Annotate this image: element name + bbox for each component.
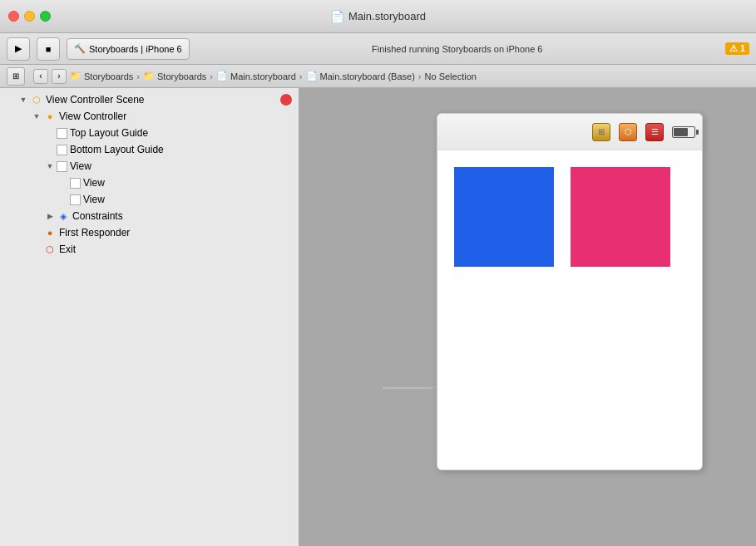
minimize-button[interactable] (24, 11, 35, 22)
constraints-label: Constraints (72, 210, 123, 222)
navigator-sidebar: ⬡ View Controller Scene ● View Controlle… (0, 88, 299, 546)
play-icon: ▶ (15, 43, 22, 54)
view-child1-label: View (83, 177, 105, 189)
breadcrumb-back-button[interactable]: ‹ (33, 69, 48, 84)
tlg-icon (57, 128, 67, 139)
grid-view-button[interactable]: ⊞ (7, 67, 25, 86)
file-icon-3: 📄 (216, 71, 228, 81)
arrow-scene (17, 93, 30, 106)
iphone-icon-3: ☰ (645, 123, 664, 141)
file-icon-4: 📄 (306, 71, 318, 81)
play-button[interactable]: ▶ (7, 37, 30, 61)
close-button[interactable] (8, 11, 19, 22)
scheme-label: Storyboards | iPhone 6 (89, 44, 182, 54)
blue-view (454, 167, 554, 267)
iphone-icon-1: ⊞ (592, 123, 610, 141)
stop-icon: ■ (46, 44, 52, 54)
pink-view (571, 167, 670, 267)
vc-icon: ● (43, 110, 57, 123)
arrow-vc (30, 110, 43, 123)
nav-tree: ⬡ View Controller Scene ● View Controlle… (0, 88, 299, 261)
window-title-text: Main.storyboard (348, 10, 426, 22)
arrow-constraints (43, 209, 57, 223)
view-c2-icon (70, 194, 81, 205)
window-title: 📄 Main.storyboard (330, 10, 426, 23)
warning-badge[interactable]: ⚠ 1 (725, 42, 749, 55)
breadcrumb-sep-3: › (299, 71, 303, 81)
toolbar: ▶ ■ 🔨 Storyboards | iPhone 6 Finished ru… (0, 33, 756, 65)
exit-icon: ⬡ (43, 243, 57, 256)
breadcrumb-sep-2: › (210, 71, 213, 81)
fr-icon: ● (43, 226, 57, 239)
tree-item-exit[interactable]: ⬡ Exit (0, 241, 299, 258)
storyboard-canvas[interactable]: ——→ ⊞ ⬡ ☰ (299, 88, 756, 546)
status-message: Finished running Storyboards on iPhone 6 (372, 44, 542, 54)
maximize-button[interactable] (40, 11, 51, 22)
folder-icon-1: 📁 (70, 71, 82, 81)
breadcrumb-item-5[interactable]: No Selection (425, 71, 477, 81)
iphone-body (437, 150, 702, 283)
tree-item-view-child1[interactable]: View (0, 175, 299, 191)
tree-item-viewcontroller[interactable]: ● View Controller (0, 108, 299, 125)
tree-item-scene[interactable]: ⬡ View Controller Scene (0, 91, 299, 108)
view-parent-label: View (70, 160, 91, 172)
status-bar: Finished running Storyboards on iPhone 6 (196, 43, 719, 55)
breadcrumb-sep-4: › (418, 71, 422, 81)
scene-icon: ⬡ (30, 93, 43, 106)
title-bar: 📄 Main.storyboard (0, 0, 756, 33)
breadcrumb-item-4[interactable]: 📄 Main.storyboard (Base) (306, 71, 415, 81)
exit-label: Exit (59, 243, 76, 255)
first-responder-label: First Responder (59, 227, 130, 239)
tree-item-view-child2[interactable]: View (0, 191, 299, 208)
file-icon: 📄 (330, 10, 344, 23)
breadcrumb-item-1[interactable]: 📁 Storyboards (70, 71, 133, 81)
tree-item-constraints[interactable]: ◈ Constraints (0, 208, 299, 224)
scheme-selector[interactable]: 🔨 Storyboards | iPhone 6 (67, 38, 190, 60)
breadcrumb-forward-button[interactable]: › (52, 69, 67, 84)
iphone-icon-2: ⬡ (619, 123, 637, 141)
scene-label: View Controller Scene (46, 94, 145, 106)
traffic-lights (8, 11, 51, 22)
bottom-layout-guide-label: Bottom Layout Guide (70, 144, 164, 155)
view-child2-label: View (83, 194, 105, 205)
top-layout-guide-label: Top Layout Guide (70, 127, 148, 139)
vc-label: View Controller (59, 111, 126, 122)
tree-item-bottom-layout[interactable]: Bottom Layout Guide (0, 141, 299, 158)
battery-fill (674, 128, 688, 136)
breadcrumb-item-2[interactable]: 📁 Storyboards (143, 71, 206, 81)
battery-icon (672, 126, 695, 138)
breadcrumb-bar: ⊞ ‹ › 📁 Storyboards › 📁 Storyboards › 📄 … (0, 65, 756, 88)
scene-badge (280, 94, 292, 106)
view-parent-icon (57, 161, 67, 172)
constraints-icon: ◈ (57, 209, 70, 223)
view-c1-icon (70, 178, 81, 189)
stop-button[interactable]: ■ (37, 37, 60, 61)
iphone-mockup: ⊞ ⬡ ☰ (437, 113, 703, 470)
main-content: ⬡ View Controller Scene ● View Controlle… (0, 88, 756, 546)
folder-icon-2: 📁 (143, 71, 155, 81)
iphone-toolbar: ⊞ ⬡ ☰ (437, 114, 702, 150)
tree-item-view-parent[interactable]: View (0, 158, 299, 175)
scheme-icon: 🔨 (74, 43, 86, 54)
arrow-view-parent (43, 160, 57, 173)
blg-icon (57, 145, 67, 155)
tree-item-top-layout[interactable]: Top Layout Guide (0, 125, 299, 141)
breadcrumb-sep-1: › (136, 71, 140, 81)
canvas-inner: ——→ ⊞ ⬡ ☰ (299, 88, 756, 546)
tree-item-first-responder[interactable]: ● First Responder (0, 224, 299, 241)
breadcrumb-item-3[interactable]: 📄 Main.storyboard (216, 71, 296, 81)
